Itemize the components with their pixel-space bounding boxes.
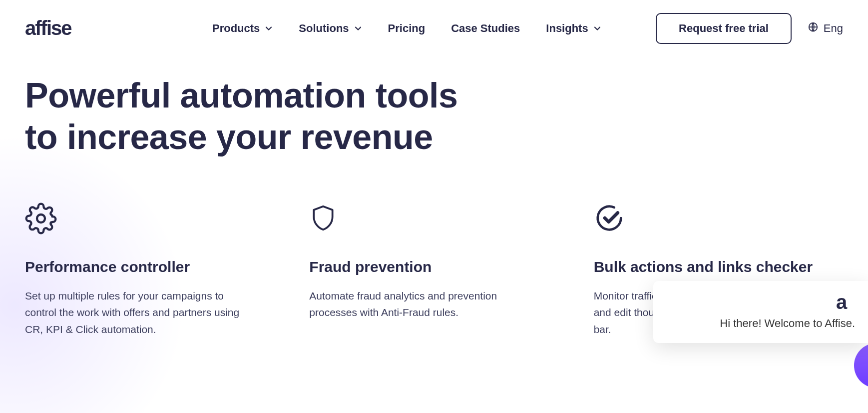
- primary-nav: Products Solutions Pricing Case Studies …: [212, 22, 601, 35]
- logo-wordmark: affise: [25, 18, 100, 39]
- nav-label: Solutions: [299, 22, 349, 35]
- feature-body: Automate fraud analytics and prevention …: [309, 288, 529, 321]
- nav-pricing[interactable]: Pricing: [388, 22, 426, 35]
- feature-title: Performance controller: [25, 258, 245, 276]
- svg-text:affise: affise: [25, 18, 71, 39]
- feature-performance-controller: Performance controller Set up multiple r…: [25, 202, 245, 338]
- svg-point-2: [37, 214, 45, 222]
- language-selector[interactable]: Eng: [808, 22, 843, 36]
- feature-title: Bulk actions and links checker: [594, 258, 814, 276]
- request-trial-button[interactable]: Request free trial: [656, 13, 792, 44]
- nav-solutions[interactable]: Solutions: [299, 22, 362, 35]
- nav-label: Case Studies: [451, 22, 520, 35]
- nav-label: Pricing: [388, 22, 426, 35]
- header-right: Request free trial Eng: [656, 13, 843, 44]
- chat-brand-icon: a: [666, 292, 855, 313]
- nav-label: Insights: [546, 22, 588, 35]
- hero-title-line1: Powerful automation tools: [25, 76, 457, 115]
- chat-message: Hi there! Welcome to Affise.: [666, 317, 855, 330]
- check-circle-icon: [594, 202, 814, 238]
- feature-title: Fraud prevention: [309, 258, 529, 276]
- logo[interactable]: affise: [25, 18, 100, 39]
- nav-case-studies[interactable]: Case Studies: [451, 22, 520, 35]
- feature-fraud-prevention: Fraud prevention Automate fraud analytic…: [309, 202, 529, 338]
- chat-launcher-button[interactable]: [854, 343, 868, 388]
- nav-insights[interactable]: Insights: [546, 22, 601, 35]
- chevron-down-icon: [354, 24, 362, 32]
- chevron-down-icon: [265, 24, 273, 32]
- hero: Powerful automation tools to increase yo…: [0, 44, 868, 158]
- globe-icon: [808, 22, 819, 36]
- language-label: Eng: [824, 22, 843, 35]
- feature-body: Set up multiple rules for your campaigns…: [25, 288, 245, 338]
- svg-text:a: a: [836, 292, 848, 313]
- chevron-down-icon: [593, 24, 601, 32]
- site-header: affise Products Solutions Pricing Case S…: [0, 0, 868, 44]
- hero-title-line2: to increase your revenue: [25, 118, 433, 156]
- chat-widget[interactable]: a Hi there! Welcome to Affise.: [653, 281, 868, 343]
- nav-label: Products: [212, 22, 260, 35]
- gear-icon: [25, 202, 245, 238]
- nav-products[interactable]: Products: [212, 22, 273, 35]
- shield-icon: [309, 202, 529, 238]
- hero-title: Powerful automation tools to increase yo…: [25, 75, 843, 158]
